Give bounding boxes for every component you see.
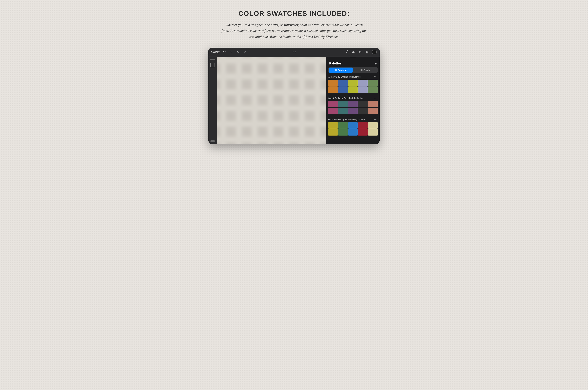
palette-item-header: Nude with Hat by Ernst Ludwig Kirchner••…	[328, 118, 378, 121]
color-swatch[interactable]	[328, 80, 338, 86]
color-swatch[interactable]	[328, 108, 338, 114]
palette-item: Street, Berlin by Ernst Ludwig Kirchner•…	[328, 97, 378, 114]
selection-icon[interactable]: S	[236, 50, 240, 54]
wrench-icon[interactable]: ⚒	[223, 50, 226, 54]
sidebar-handle-top	[210, 59, 215, 60]
color-swatch[interactable]	[358, 87, 368, 93]
color-swatch[interactable]	[368, 129, 378, 136]
swatch-group[interactable]	[338, 80, 348, 93]
swatch-group[interactable]	[348, 80, 358, 93]
swatch-group[interactable]	[348, 101, 358, 114]
color-swatch[interactable]	[348, 87, 358, 93]
palette-swatches	[328, 80, 378, 93]
magic-wand-icon[interactable]: ✦	[229, 50, 233, 54]
color-swatch[interactable]	[348, 129, 358, 136]
palette-swatches	[328, 122, 378, 136]
transform-icon[interactable]: ↗	[243, 50, 247, 54]
color-swatch[interactable]	[338, 87, 348, 93]
toolbar: Gallery ⚒ ✦ S ↗ ••• ╱ ◕ ◻ ▦	[208, 48, 380, 57]
swatch-group[interactable]	[368, 101, 378, 114]
compact-view-button[interactable]: ▤ Compact	[329, 68, 353, 73]
color-swatch[interactable]	[338, 108, 348, 114]
palette-name: Archery 1 by Ernst Ludwig Kirchner	[328, 76, 374, 78]
eraser-icon[interactable]: ◻	[358, 50, 362, 54]
color-swatch[interactable]	[348, 80, 358, 86]
layers-icon[interactable]: ▦	[365, 50, 369, 54]
add-palette-button[interactable]: +	[374, 61, 377, 65]
swatch-group[interactable]	[348, 122, 358, 136]
palette-menu-icon[interactable]: •••	[374, 75, 378, 78]
panel-drag-handle[interactable]	[350, 57, 356, 57]
cards-label: Cards	[363, 69, 370, 71]
color-swatch[interactable]	[328, 101, 338, 107]
color-picker[interactable]	[372, 49, 377, 54]
color-swatch[interactable]	[348, 122, 358, 129]
toolbar-more-icon[interactable]: •••	[292, 50, 296, 54]
swatch-group[interactable]	[328, 80, 338, 93]
swatch-group[interactable]	[358, 80, 368, 93]
palettes-title: Palettes	[329, 61, 342, 65]
swatch-group[interactable]	[328, 101, 338, 114]
color-swatch[interactable]	[348, 108, 358, 114]
color-swatch[interactable]	[328, 87, 338, 93]
color-swatch[interactable]	[338, 101, 348, 107]
palette-menu-icon[interactable]: •••	[374, 118, 378, 121]
canvas-sidebar	[208, 57, 217, 144]
sidebar-layers-btn[interactable]	[210, 63, 215, 67]
palette-name: Street, Berlin by Ernst Ludwig Kirchner	[328, 97, 374, 99]
canvas-area[interactable]	[217, 57, 326, 144]
color-swatch[interactable]	[358, 80, 368, 86]
palette-item: Nude with Hat by Ernst Ludwig Kirchner••…	[328, 118, 378, 136]
view-toggle: ▤ Compact ▦ Cards	[328, 67, 378, 73]
swatch-group[interactable]	[358, 101, 368, 114]
color-swatch[interactable]	[348, 101, 358, 107]
palette-menu-icon[interactable]: •••	[374, 97, 378, 100]
page-title: COLOR SWATCHES INCLUDED:	[238, 10, 350, 17]
palette-item-header: Street, Berlin by Ernst Ludwig Kirchner•…	[328, 97, 378, 100]
ipad-frame: Gallery ⚒ ✦ S ↗ ••• ╱ ◕ ◻ ▦	[208, 48, 380, 144]
palette-item-header: Archery 1 by Ernst Ludwig Kirchner•••	[328, 75, 378, 78]
color-swatch[interactable]	[358, 122, 368, 129]
swatch-group[interactable]	[328, 122, 338, 136]
palette-swatches	[328, 101, 378, 114]
color-swatch[interactable]	[328, 129, 338, 136]
swatch-group[interactable]	[368, 80, 378, 93]
toolbar-center: •••	[292, 50, 296, 54]
swatch-group[interactable]	[338, 101, 348, 114]
color-swatch[interactable]	[368, 122, 378, 129]
cards-icon: ▦	[361, 69, 362, 71]
swatch-group[interactable]	[338, 122, 348, 136]
cards-view-button[interactable]: ▦ Cards	[353, 68, 377, 73]
toolbar-left: Gallery ⚒ ✦ S ↗	[211, 50, 292, 54]
swatch-group[interactable]	[358, 122, 368, 136]
color-swatch[interactable]	[368, 101, 378, 107]
palette-item: Archery 1 by Ernst Ludwig Kirchner•••	[328, 75, 378, 93]
color-swatch[interactable]	[338, 80, 348, 86]
color-swatch[interactable]	[368, 108, 378, 114]
color-swatch[interactable]	[358, 129, 368, 136]
palettes-panel: Palettes + ▤ Compact ▦ Cards Archery 1 b…	[326, 57, 380, 144]
smudge-icon[interactable]: ◕	[352, 50, 355, 54]
color-swatch[interactable]	[368, 80, 378, 86]
color-swatch[interactable]	[368, 87, 378, 93]
gallery-button[interactable]: Gallery	[211, 50, 220, 53]
compact-label: Compact	[338, 69, 347, 71]
sidebar-handle-bottom	[210, 140, 215, 142]
main-content: Palettes + ▤ Compact ▦ Cards Archery 1 b…	[208, 57, 380, 144]
color-swatch[interactable]	[338, 129, 348, 136]
color-swatch[interactable]	[358, 101, 368, 107]
palettes-header: Palettes +	[326, 59, 380, 67]
toolbar-right: ╱ ◕ ◻ ▦	[296, 49, 377, 54]
swatch-group[interactable]	[368, 122, 378, 136]
brush-icon[interactable]: ╱	[345, 50, 349, 54]
palettes-list: Archery 1 by Ernst Ludwig Kirchner•••Str…	[326, 75, 380, 144]
color-swatch[interactable]	[358, 108, 368, 114]
compact-icon: ▤	[335, 69, 337, 71]
palette-name: Nude with Hat by Ernst Ludwig Kirchner	[328, 118, 374, 121]
color-swatch[interactable]	[338, 122, 348, 129]
page-description: Whether you’re a designer, fine artist, …	[221, 22, 367, 40]
color-swatch[interactable]	[328, 122, 338, 129]
